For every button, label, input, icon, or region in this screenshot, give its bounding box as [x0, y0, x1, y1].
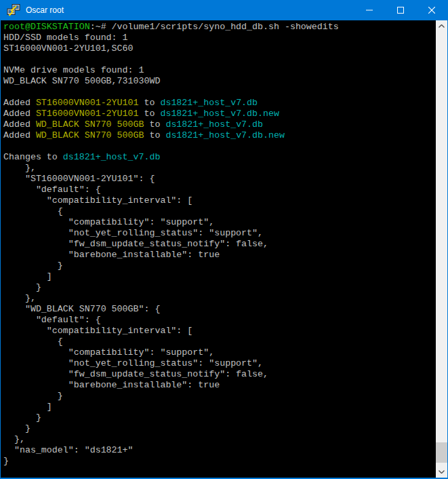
terminal-line: "fw_dsm_update_status_notify": false,	[3, 369, 436, 380]
terminal-line: }	[3, 282, 436, 293]
minimize-button[interactable]	[354, 0, 385, 20]
terminal-line: {	[3, 206, 436, 217]
chevron-up-icon	[439, 24, 445, 28]
terminal-line: "ST16000VN001-2YU101": {	[3, 174, 436, 185]
putty-window: Oscar root root@DISKSTATION:~# /volume1	[0, 0, 448, 479]
maximize-icon	[397, 7, 404, 14]
terminal-line	[3, 54, 436, 65]
terminal-line: "nas_model": "ds1821+"	[3, 445, 436, 456]
terminal-line: "default": {	[3, 185, 436, 195]
minimize-icon	[366, 7, 373, 14]
terminal-line: WD_BLACK SN770 500GB,731030WD	[3, 76, 436, 87]
terminal-line: },	[3, 434, 436, 445]
terminal-line: "compatibility_interval": [	[3, 195, 436, 206]
close-icon	[428, 7, 435, 14]
terminal-line: },	[3, 163, 436, 174]
putty-app-icon	[7, 4, 20, 16]
terminal-line: "not_yet_rolling_status": "support",	[3, 228, 436, 239]
terminal-line: }	[3, 391, 436, 402]
scrollbar[interactable]	[436, 20, 447, 478]
terminal-line: ]	[3, 271, 436, 282]
terminal-output[interactable]: root@DISKSTATION:~# /volume1/scripts/syn…	[1, 20, 436, 478]
window-title: Oscar root	[26, 5, 354, 15]
terminal-line: "compatibility": "support",	[3, 217, 436, 228]
terminal-area: root@DISKSTATION:~# /volume1/scripts/syn…	[1, 20, 447, 478]
terminal-line: "compatibility_interval": [	[3, 326, 436, 337]
terminal-line: Added WD_BLACK SN770 500GB to ds1821+_ho…	[3, 119, 436, 130]
titlebar[interactable]: Oscar root	[1, 0, 447, 20]
terminal-line: Added ST16000VN001-2YU101 to ds1821+_hos…	[3, 109, 436, 119]
terminal-line: NVMe drive models found: 1	[3, 65, 436, 76]
terminal-line: "compatibility": "support",	[3, 347, 436, 358]
chevron-down-icon	[439, 470, 445, 474]
terminal-line: HDD/SSD models found: 1	[3, 33, 436, 43]
terminal-line: }	[3, 261, 436, 271]
terminal-line: "WD_BLACK SN770 500GB": {	[3, 304, 436, 315]
terminal-line: Added WD_BLACK SN770 500GB to ds1821+_ho…	[3, 130, 436, 141]
terminal-line: }	[3, 456, 436, 467]
terminal-line	[3, 87, 436, 98]
terminal-line: "not_yet_rolling_status": "support",	[3, 358, 436, 369]
terminal-line	[3, 141, 436, 152]
terminal-line: root@DISKSTATION:~# /volume1/scripts/syn…	[3, 22, 436, 33]
terminal-line: "fw_dsm_update_status_notify": false,	[3, 239, 436, 250]
terminal-line: ST16000VN001-2YU101,SC60	[3, 43, 436, 54]
terminal-line: }	[3, 423, 436, 434]
terminal-line: "barebone_installable": true	[3, 380, 436, 391]
scrollbar-thumb[interactable]	[436, 442, 447, 463]
window-controls	[354, 0, 447, 20]
terminal-line: {	[3, 337, 436, 347]
scroll-down-button[interactable]	[436, 466, 447, 478]
terminal-line: Added ST16000VN001-2YU101 to ds1821+_hos…	[3, 98, 436, 109]
terminal-line: }	[3, 413, 436, 423]
terminal-line: ]	[3, 402, 436, 413]
terminal-line: "default": {	[3, 315, 436, 326]
terminal-line: Changes to ds1821+_host_v7.db	[3, 152, 436, 163]
close-button[interactable]	[416, 0, 447, 20]
scroll-up-button[interactable]	[436, 20, 447, 32]
terminal-line: "barebone_installable": true	[3, 250, 436, 261]
terminal-line: },	[3, 293, 436, 304]
maximize-button[interactable]	[385, 0, 416, 20]
